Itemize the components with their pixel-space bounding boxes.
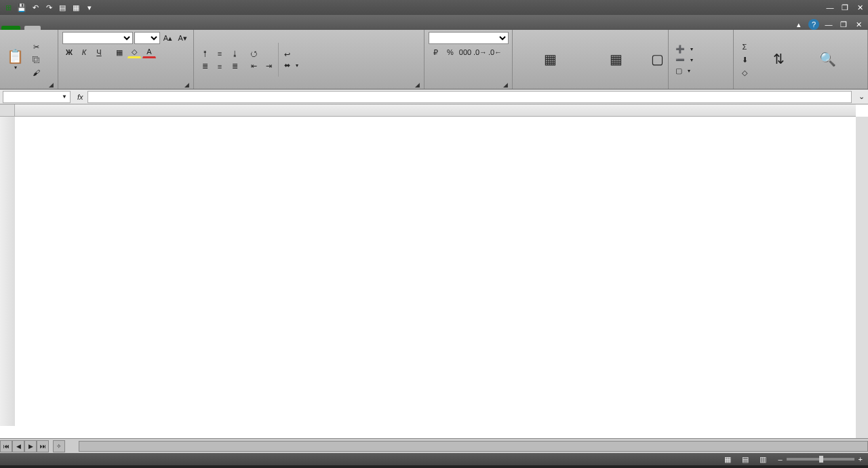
group-clipboard-label: ◢ (4, 87, 54, 88)
format-cells-button[interactable]: ▢▾ (673, 66, 696, 76)
qat-btn-2[interactable]: ▦ (71, 2, 81, 13)
help-icon[interactable]: ? (808, 19, 819, 30)
minimize-icon[interactable]: — (825, 2, 835, 13)
dialog-launcher-icon[interactable]: ◢ (415, 81, 420, 88)
group-styles-label (517, 87, 664, 88)
align-right-icon[interactable]: ≣ (228, 60, 241, 73)
workbook-close-icon[interactable]: ✕ (853, 19, 864, 30)
sheet-nav-prev-icon[interactable]: ◀ (12, 440, 24, 452)
find-select-button[interactable]: 🔍 (806, 50, 849, 69)
worksheet-grid[interactable] (0, 104, 868, 438)
insert-cells-button[interactable]: ➕▾ (673, 44, 696, 54)
underline-icon[interactable]: Ч (92, 46, 106, 58)
new-sheet-icon[interactable]: ✧ (53, 440, 65, 452)
increase-decimal-icon[interactable]: .0→ (473, 46, 487, 58)
wrap-icon: ↩ (284, 50, 290, 59)
dialog-launcher-icon[interactable]: ◢ (184, 81, 189, 88)
dialog-launcher-icon[interactable]: ◢ (49, 81, 54, 88)
align-middle-icon[interactable]: ≡ (213, 47, 226, 60)
expand-formula-icon[interactable]: ⌄ (854, 91, 868, 103)
comma-icon[interactable]: 000 (458, 46, 472, 58)
paste-button[interactable]: 📋 ▾ (4, 47, 26, 73)
decrease-font-icon[interactable]: A▾ (176, 32, 189, 44)
formula-input[interactable] (87, 91, 852, 103)
cell-styles-button[interactable]: ▢ (648, 50, 667, 69)
merge-center-button[interactable]: ⬌▾ (281, 60, 301, 71)
dialog-launcher-icon[interactable]: ◢ (503, 81, 508, 88)
align-top-icon[interactable]: ⭱ (198, 47, 212, 60)
horizontal-scrollbar[interactable] (79, 441, 868, 452)
redo-icon[interactable]: ↷ (43, 2, 54, 13)
fill-icon[interactable]: ⬇ (738, 54, 751, 66)
fill-color-icon[interactable]: ◇ (127, 46, 141, 58)
merge-icon: ⬌ (284, 61, 290, 70)
view-pagebreak-icon[interactable]: ▥ (756, 453, 770, 465)
autosum-icon[interactable]: Σ (738, 41, 751, 53)
copy-icon[interactable]: ⿻ (29, 54, 43, 66)
format-icon: ▢ (675, 66, 682, 75)
align-bottom-icon[interactable]: ⭳ (228, 47, 241, 60)
vertical-scrollbar[interactable] (856, 117, 868, 438)
font-color-icon[interactable]: A (142, 46, 156, 58)
sheet-nav-last-icon[interactable]: ⏭ (37, 440, 49, 452)
view-normal-icon[interactable]: ▦ (721, 453, 734, 465)
conditional-format-button[interactable]: ▦ (517, 50, 583, 69)
cellstyle-icon: ▢ (651, 52, 664, 66)
delete-cells-button[interactable]: ➖▾ (673, 55, 696, 65)
align-center-icon[interactable]: ≡ (213, 60, 226, 73)
format-painter-icon[interactable]: 🖌 (29, 66, 43, 79)
zoom-in-icon[interactable]: + (859, 455, 863, 463)
sort-filter-button[interactable]: ⇅ (754, 50, 803, 69)
cut-icon[interactable]: ✂ (29, 41, 43, 53)
number-format-select[interactable] (429, 32, 509, 44)
maximize-icon[interactable]: ❐ (840, 2, 850, 13)
clear-icon[interactable]: ◇ (738, 66, 751, 79)
cells-area[interactable] (15, 117, 856, 426)
chevron-down-icon[interactable]: ▼ (62, 94, 67, 100)
qat-dropdown-icon[interactable]: ▾ (84, 2, 95, 13)
increase-font-icon[interactable]: A▴ (161, 32, 175, 44)
ribbon: 📋 ▾ ✂ ⿻ 🖌 ◢ A▴ A▾ Ж К Ч (0, 30, 868, 90)
sheet-nav-next-icon[interactable]: ▶ (24, 440, 37, 452)
save-icon[interactable]: 💾 (16, 2, 27, 13)
wrap-text-button[interactable]: ↩ (281, 50, 301, 60)
border-icon[interactable]: ▦ (113, 46, 126, 58)
name-box[interactable]: ▼ (3, 91, 71, 103)
excel-icon: ⊞ (3, 2, 14, 13)
insert-icon: ➕ (675, 45, 685, 54)
decrease-indent-icon[interactable]: ⇤ (247, 60, 260, 73)
qat-btn-1[interactable]: ▤ (57, 2, 68, 13)
close-icon[interactable]: ✕ (854, 2, 865, 13)
find-icon: 🔍 (819, 52, 836, 66)
bold-icon[interactable]: Ж (62, 46, 76, 58)
undo-icon[interactable]: ↶ (30, 2, 41, 13)
orientation-icon[interactable]: ⭯ (247, 47, 260, 60)
percent-icon[interactable]: % (443, 46, 457, 58)
fx-icon[interactable]: fx (73, 93, 87, 101)
font-name-select[interactable] (62, 32, 133, 44)
group-number-label: ◢ (429, 87, 508, 88)
title-bar: ⊞ 💾 ↶ ↷ ▤ ▦ ▾ — ❐ ✕ (0, 0, 868, 15)
sheet-tab-bar: ⏮ ◀ ▶ ⏭ ✧ (0, 438, 868, 453)
format-as-table-button[interactable]: ▦ (586, 50, 646, 69)
italic-icon[interactable]: К (77, 46, 91, 58)
increase-indent-icon[interactable]: ⇥ (262, 60, 275, 73)
group-font-label: ◢ (62, 87, 189, 88)
zoom-slider[interactable] (787, 458, 854, 461)
currency-icon[interactable]: ₽ (429, 46, 442, 58)
align-left-icon[interactable]: ≣ (198, 60, 212, 73)
workbook-max-icon[interactable]: ❐ (838, 19, 849, 30)
taskbar (0, 465, 868, 468)
decrease-decimal-icon[interactable]: .0← (488, 46, 502, 58)
delete-icon: ➖ (675, 56, 685, 64)
view-layout-icon[interactable]: ▤ (738, 453, 752, 465)
group-editing-label (738, 87, 863, 88)
zoom-out-icon[interactable]: – (778, 455, 782, 463)
select-all-corner[interactable] (0, 104, 15, 117)
group-alignment-label: ◢ (198, 87, 420, 88)
ribbon-minimize-icon[interactable]: ▴ (793, 19, 804, 30)
workbook-min-icon[interactable]: — (823, 19, 834, 30)
font-size-select[interactable] (134, 32, 159, 44)
sheet-nav-first-icon[interactable]: ⏮ (0, 440, 12, 452)
table-icon: ▦ (610, 52, 623, 66)
